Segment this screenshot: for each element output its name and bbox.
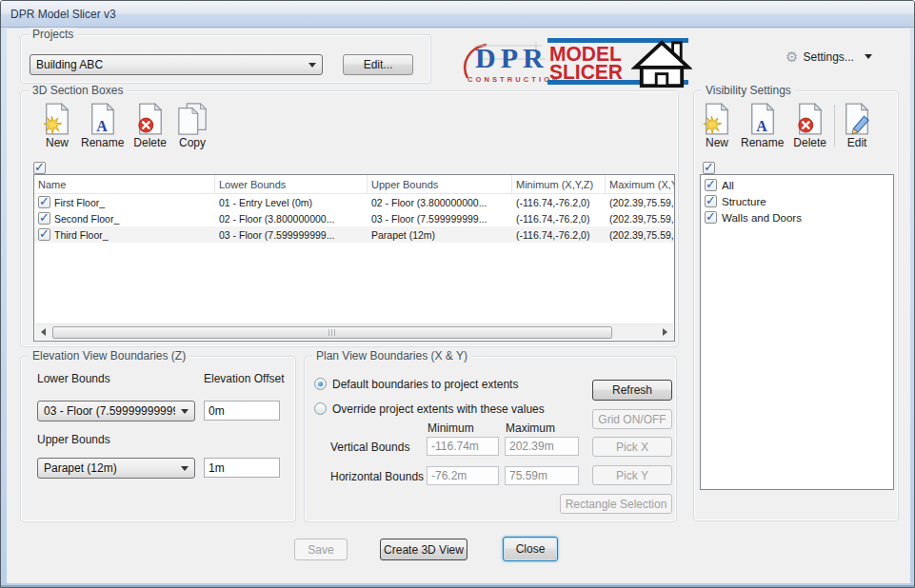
delete-section-box-button[interactable]: Delete <box>129 101 171 151</box>
upper-elevation-offset-input[interactable] <box>204 458 280 478</box>
table-row[interactable]: Third Floor_ 03 - Floor (7.599999999... … <box>34 226 674 243</box>
close-button[interactable]: Close <box>503 537 558 561</box>
lower-bounds-select-value: 03 - Floor (7.5999999999999 <box>44 404 175 418</box>
column-header-maximum[interactable]: Maximum (X,Y,Z) <box>606 175 674 193</box>
row-checkbox[interactable] <box>38 196 50 208</box>
row-lower-bounds: 03 - Floor (7.599999999... <box>215 229 368 241</box>
edit-project-button[interactable]: Edit... <box>343 54 413 75</box>
pick-y-button[interactable]: Pick Y <box>592 465 672 485</box>
pick-y-button-label: Pick Y <box>616 469 648 482</box>
window-bottom-edge <box>1 585 914 587</box>
lower-elevation-offset-input[interactable] <box>204 401 280 421</box>
override-boundaries-radio-label[interactable]: Override project extents with these valu… <box>332 402 545 416</box>
titlebar[interactable]: DPR Model Slicer v3 <box>1 1 914 28</box>
toolbar-button-label: New <box>46 136 69 149</box>
item-checkbox[interactable] <box>705 211 717 224</box>
plan-boundaries-group: Plan View Boundaries (X & Y) Default bou… <box>304 356 677 522</box>
grid-on-off-button[interactable]: Grid ON/OFF <box>592 409 672 429</box>
scrollbar-grip <box>328 329 337 336</box>
rectangle-selection-button-label: Rectangle Selection <box>566 498 667 511</box>
horizontal-min-input[interactable] <box>427 466 499 485</box>
projects-group: Projects Building ABC Edit... <box>20 34 431 84</box>
model-slicer-text: MODEL SLICER <box>549 45 623 81</box>
slicer-word: SLICER <box>549 63 623 81</box>
copy-section-box-button[interactable]: Copy <box>171 101 213 151</box>
list-item[interactable]: Walls and Doors <box>701 209 893 225</box>
default-boundaries-radio-label[interactable]: Default boundaries to project extents <box>332 378 518 391</box>
edit-visibility-setting-button[interactable]: Edit <box>838 101 876 151</box>
item-checkbox[interactable] <box>705 179 717 191</box>
save-button[interactable]: Save <box>294 539 348 560</box>
table-row[interactable]: First Floor_ 01 - Entry Level (0m) 02 - … <box>34 194 674 210</box>
list-item[interactable]: Structure <box>701 193 893 209</box>
upper-bounds-select[interactable]: Parapet (12m) <box>37 458 195 479</box>
delete-visibility-setting-button[interactable]: Delete <box>788 101 831 151</box>
list-item[interactable]: All <box>701 177 893 193</box>
default-boundaries-radio[interactable] <box>314 378 327 390</box>
horizontal-scrollbar[interactable] <box>35 323 673 340</box>
gear-icon: ⚙ <box>786 49 798 64</box>
scrollbar-thumb[interactable] <box>52 326 612 339</box>
pick-x-button[interactable]: Pick X <box>592 437 672 457</box>
refresh-button[interactable]: Refresh <box>592 380 672 401</box>
scroll-right-arrow[interactable] <box>657 324 673 341</box>
row-maximum: (202.39,75.59,0) <box>606 213 674 225</box>
row-checkbox[interactable] <box>38 228 50 241</box>
select-all-section-boxes-checkbox[interactable] <box>33 162 46 174</box>
new-section-box-button[interactable]: New <box>38 101 76 151</box>
row-lower-bounds: 02 - Floor (3.800000000... <box>215 213 368 225</box>
delete-document-icon <box>136 103 165 135</box>
horizontal-bounds-label: Horizontal Bounds <box>330 470 424 483</box>
new-document-icon <box>703 103 731 135</box>
column-header-upper-bounds[interactable]: Upper Bounds <box>368 175 512 193</box>
select-all-visibility-checkbox[interactable] <box>703 162 715 174</box>
item-checkbox[interactable] <box>705 195 717 207</box>
row-upper-bounds: 02 - Floor (3.800000000... <box>368 197 512 208</box>
vertical-max-input[interactable] <box>505 437 579 456</box>
window-title: DPR Model Slicer v3 <box>10 8 116 21</box>
column-header-minimum[interactable]: Minimum (X,Y,Z) <box>512 175 606 193</box>
edit-project-button-label: Edit... <box>364 58 393 71</box>
svg-text:A: A <box>756 118 767 134</box>
dpr-logo-subtext: CONSTRUCTION <box>467 75 561 84</box>
override-boundaries-radio[interactable] <box>314 402 327 415</box>
section-boxes-group: 3D Section Boxes New A R <box>20 90 679 347</box>
column-header-lower-bounds[interactable]: Lower Bounds <box>215 175 368 193</box>
create-3d-view-button-label: Create 3D View <box>384 543 464 557</box>
create-3d-view-button[interactable]: Create 3D View <box>380 539 467 560</box>
section-boxes-toolbar: New A Rename <box>38 101 213 151</box>
save-button-label: Save <box>308 543 333 557</box>
rename-section-box-button[interactable]: A Rename <box>76 101 129 151</box>
item-label: Structure <box>722 196 766 207</box>
horizontal-max-input[interactable] <box>505 466 579 485</box>
settings-dropdown-button[interactable]: ⚙ Settings... <box>786 49 872 64</box>
grid-button-label: Grid ON/OFF <box>598 413 666 426</box>
new-document-icon <box>43 103 71 135</box>
lower-bounds-select[interactable]: 03 - Floor (7.5999999999999 <box>37 401 195 421</box>
rename-visibility-setting-button[interactable]: A Rename <box>736 101 788 151</box>
row-checkbox[interactable] <box>38 212 50 225</box>
column-header-name[interactable]: Name <box>34 175 215 193</box>
project-select-value: Building ABC <box>36 58 303 71</box>
delete-document-icon <box>796 103 825 135</box>
scroll-left-arrow[interactable] <box>35 324 51 341</box>
elevation-boundaries-group: Elevation View Boundaries (Z) Lower Boun… <box>20 356 296 522</box>
visibility-listbox[interactable]: All Structure Walls and Doors <box>700 174 894 490</box>
visibility-toolbar: New A Rename <box>698 101 876 151</box>
toolbar-button-label: Copy <box>179 136 206 149</box>
row-minimum: (-116.74,-76.2,0) <box>512 197 606 208</box>
rectangle-selection-button[interactable]: Rectangle Selection <box>560 494 672 514</box>
dpr-logo-text: DPR <box>475 42 548 74</box>
toolbar-button-label: New <box>706 136 728 149</box>
vertical-min-input[interactable] <box>427 437 499 456</box>
table-row[interactable]: Second Floor_ 02 - Floor (3.800000000...… <box>34 210 674 226</box>
project-select[interactable]: Building ABC <box>30 54 323 75</box>
toolbar-button-label: Rename <box>741 136 784 149</box>
row-lower-bounds: 01 - Entry Level (0m) <box>215 197 368 208</box>
edit-document-icon <box>843 103 871 135</box>
new-visibility-setting-button[interactable]: New <box>698 101 736 151</box>
vertical-bounds-label: Vertical Bounds <box>330 441 409 454</box>
section-box-table: Name Lower Bounds Upper Bounds Minimum (… <box>33 174 675 342</box>
row-name: First Floor_ <box>54 197 105 208</box>
row-maximum: (202.39,75.59,0) <box>606 197 674 208</box>
